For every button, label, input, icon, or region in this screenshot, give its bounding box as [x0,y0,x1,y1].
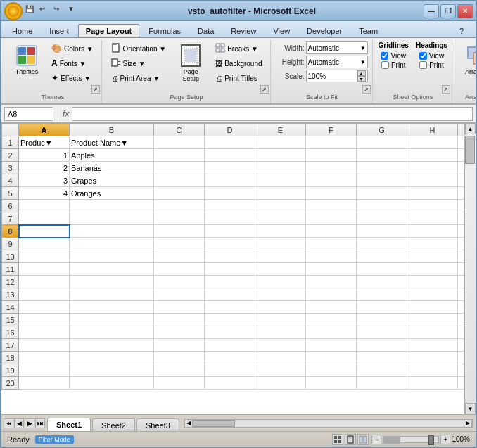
headings-view-checkbox[interactable] [419,52,427,60]
cell-e19[interactable] [255,364,306,377]
effects-btn[interactable]: ✦ Effects ▼ [48,71,97,85]
cell-d3[interactable] [205,162,255,174]
cell-g18[interactable] [357,352,407,364]
cell-d14[interactable] [205,301,255,314]
cell-e4[interactable] [255,174,306,187]
cell-a1[interactable]: Produc▼ [19,136,70,149]
cell-i10[interactable] [458,250,465,263]
row-header-6[interactable]: 6 [2,200,19,212]
row-header-18[interactable]: 18 [2,352,19,364]
sheet-nav-first[interactable]: ⏮ [4,418,13,428]
row-header-11[interactable]: 11 [2,263,19,276]
cell-a7[interactable] [19,212,70,225]
cell-f8[interactable] [306,225,357,238]
cell-d13[interactable] [205,288,255,301]
cell-e15[interactable] [255,314,306,326]
cell-f19[interactable] [306,364,357,377]
cell-d1[interactable] [205,136,255,149]
cell-g8[interactable] [357,225,407,238]
col-header-E[interactable]: E [255,124,306,136]
cell-d15[interactable] [205,314,255,326]
cell-i4[interactable] [458,174,465,187]
row-header-14[interactable]: 14 [2,301,19,314]
cell-e18[interactable] [255,352,306,364]
scale-spinner[interactable]: ▲ ▼ [357,70,366,82]
cell-i19[interactable] [458,364,465,377]
cell-a4[interactable]: 3 [19,174,70,187]
col-header-G[interactable]: G [357,124,407,136]
col-header-F[interactable]: F [306,124,357,136]
gridlines-print-checkbox[interactable] [381,61,389,69]
cell-g20[interactable] [357,377,407,390]
maximize-btn[interactable]: ❐ [440,4,456,18]
cell-h17[interactable] [407,339,458,352]
cell-c8[interactable] [154,225,205,238]
cell-c14[interactable] [154,301,205,314]
cell-c20[interactable] [154,377,205,390]
zoom-in-btn[interactable]: + [440,435,450,444]
cell-d20[interactable] [205,377,255,390]
formula-input[interactable] [72,107,473,121]
cell-f5[interactable] [306,187,357,200]
scale-up-btn[interactable]: ▲ [357,70,366,76]
row-header-15[interactable]: 15 [2,314,19,326]
cell-e8[interactable] [255,225,306,238]
fonts-btn[interactable]: A Fonts ▼ [48,56,97,70]
cell-e16[interactable] [255,326,306,339]
cell-b20[interactable] [70,377,154,390]
cell-d12[interactable] [205,276,255,288]
orientation-btn[interactable]: Orientation ▼ [108,41,170,56]
scale-dialog-btn[interactable]: ↗ [362,85,371,94]
cell-e5[interactable] [255,187,306,200]
col-header-C[interactable]: C [154,124,205,136]
cell-g5[interactable] [357,187,407,200]
cell-i3[interactable] [458,162,465,174]
cell-d2[interactable] [205,149,255,162]
cell-g19[interactable] [357,364,407,377]
row-header-8[interactable]: 8 [2,225,19,238]
cell-g1[interactable] [357,136,407,149]
horizontal-scrollbar[interactable]: ◀ ▶ [184,419,473,428]
cell-i8[interactable] [458,225,465,238]
cell-c16[interactable] [154,326,205,339]
cell-b8[interactable] [70,225,154,238]
cell-g17[interactable] [357,339,407,352]
row-header-19[interactable]: 19 [2,364,19,377]
cell-h19[interactable] [407,364,458,377]
cell-h7[interactable] [407,212,458,225]
cell-a6[interactable] [19,200,70,212]
cell-h10[interactable] [407,250,458,263]
headings-print-checkbox[interactable] [419,61,427,69]
sheet-tab-sheet2[interactable]: Sheet2 [92,418,135,432]
cell-e11[interactable] [255,263,306,276]
cell-c4[interactable] [154,174,205,187]
cell-a18[interactable] [19,352,70,364]
row-header-1[interactable]: 1 [2,136,19,149]
cell-b2[interactable]: Apples [70,149,154,162]
h-scroll-track[interactable] [193,420,464,427]
cell-c6[interactable] [154,200,205,212]
row-header-12[interactable]: 12 [2,276,19,288]
spreadsheet-wrapper[interactable]: A B C D E F G H I 1Produc▼Product Name▼2… [1,123,464,414]
gridlines-view-check[interactable]: View [379,51,407,60]
size-btn[interactable]: Size ▼ [108,56,170,70]
row-header-5[interactable]: 5 [2,187,19,200]
cell-i1[interactable] [458,136,465,149]
cell-i5[interactable] [458,187,465,200]
cell-h11[interactable] [407,263,458,276]
h-scroll-left[interactable]: ◀ [184,419,193,428]
h-scroll-thumb[interactable] [193,420,235,427]
scroll-down-btn[interactable]: ▼ [465,403,476,414]
cell-f17[interactable] [306,339,357,352]
row-header-4[interactable]: 4 [2,174,19,187]
cell-e13[interactable] [255,288,306,301]
cell-h16[interactable] [407,326,458,339]
height-input[interactable]: Automatic ▼ [306,56,368,68]
cell-b12[interactable] [70,276,154,288]
cell-f11[interactable] [306,263,357,276]
normal-view-btn[interactable] [332,434,343,445]
cell-i11[interactable] [458,263,465,276]
cell-f7[interactable] [306,212,357,225]
cell-g14[interactable] [357,301,407,314]
cell-f1[interactable] [306,136,357,149]
